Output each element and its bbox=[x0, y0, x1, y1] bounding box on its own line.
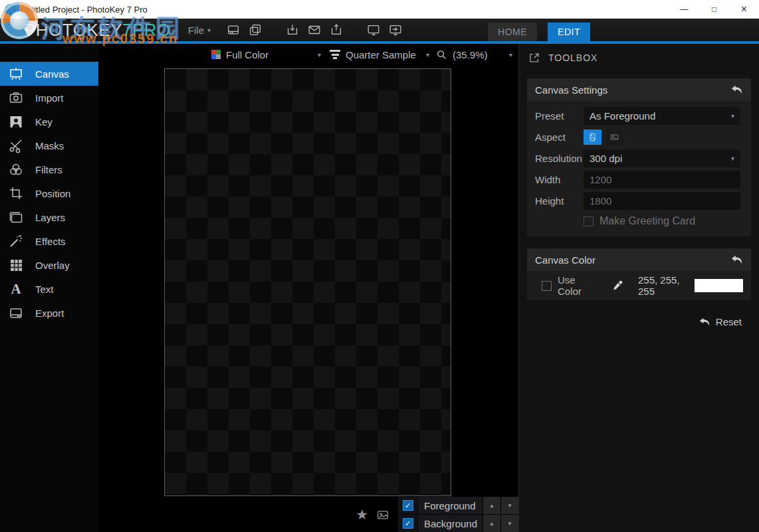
chevron-down-icon: ▾ bbox=[731, 155, 734, 162]
minimize-button[interactable]: — bbox=[669, 0, 699, 19]
close-button[interactable]: × bbox=[729, 0, 759, 19]
chevron-down-icon: ▾ bbox=[509, 51, 512, 58]
file-menu[interactable]: File ▾ bbox=[188, 25, 211, 36]
magnifier-icon bbox=[436, 49, 447, 60]
sample-mode-dropdown[interactable]: Quarter Sample ▾ bbox=[330, 44, 429, 65]
greeting-card-row: Make Greeting Card bbox=[527, 211, 751, 231]
scissors-icon bbox=[7, 137, 25, 153]
sidebar-item-effects[interactable]: Effects bbox=[0, 229, 98, 253]
import-file-button[interactable] bbox=[284, 22, 300, 38]
aspect-label: Aspect bbox=[535, 132, 584, 143]
download-icon bbox=[285, 23, 300, 37]
sidebar-item-label: Canvas bbox=[35, 68, 69, 80]
width-label: Width bbox=[535, 174, 584, 185]
photos-icon[interactable] bbox=[376, 507, 390, 522]
background-move-down-button[interactable]: ▼ bbox=[501, 515, 518, 532]
canvas-transparency-checkerboard[interactable] bbox=[164, 68, 451, 496]
greeting-card-checkbox[interactable] bbox=[584, 217, 594, 226]
sidebar-item-masks[interactable]: Masks bbox=[0, 133, 98, 157]
main-area: Canvas Import Key Masks bbox=[0, 44, 759, 532]
background-checkbox[interactable]: ✓ bbox=[403, 518, 413, 529]
color-mode-dropdown[interactable]: Full Color ▾ bbox=[211, 44, 321, 65]
aspect-row: Aspect bbox=[527, 126, 751, 147]
aspect-portrait-button[interactable] bbox=[584, 130, 601, 145]
width-input[interactable]: 1200 bbox=[584, 171, 740, 189]
sidebar-item-export[interactable]: Export bbox=[0, 301, 98, 325]
background-move-up-button[interactable]: ▲ bbox=[483, 515, 500, 532]
sidebar-item-label: Masks bbox=[35, 140, 64, 151]
drive-icon bbox=[7, 305, 25, 321]
preset-dropdown[interactable]: As Foreground ▾ bbox=[584, 107, 740, 125]
sidebar-item-label: Effects bbox=[35, 236, 66, 247]
width-value: 1200 bbox=[590, 174, 611, 185]
layer-label[interactable]: Background bbox=[418, 515, 483, 532]
save-button[interactable] bbox=[225, 22, 241, 38]
print-button[interactable] bbox=[247, 22, 263, 38]
export-file-button[interactable] bbox=[328, 22, 344, 38]
canvas-settings-section: Canvas Settings Preset As Foreground ▾ A… bbox=[527, 78, 751, 236]
foreground-move-down-button[interactable]: ▼ bbox=[501, 497, 518, 514]
height-input[interactable]: 1800 bbox=[584, 192, 740, 210]
foreground-move-up-button[interactable]: ▲ bbox=[483, 497, 500, 514]
sidebar-item-canvas[interactable]: Canvas bbox=[0, 62, 98, 86]
toolbox-title: TOOLBOX bbox=[548, 52, 597, 63]
file-menu-label: File bbox=[188, 25, 204, 36]
preset-label: Preset bbox=[535, 110, 584, 122]
layer-label[interactable]: Foreground bbox=[418, 497, 483, 514]
display-button[interactable] bbox=[366, 22, 381, 38]
send-to-display-button[interactable] bbox=[387, 22, 403, 38]
color-swatch[interactable] bbox=[695, 279, 743, 292]
sidebar-item-label: Import bbox=[35, 92, 64, 104]
color-mode-value: Full Color bbox=[226, 49, 269, 60]
sidebar-item-import[interactable]: Import bbox=[0, 86, 98, 110]
envelope-icon bbox=[307, 23, 322, 37]
easel-icon bbox=[7, 66, 25, 82]
section-title: Canvas Color bbox=[535, 254, 596, 266]
monitor-arrow-icon bbox=[388, 23, 403, 37]
undo-icon[interactable] bbox=[731, 255, 743, 265]
height-row: Height 1800 bbox=[527, 190, 751, 211]
sidebar-item-text[interactable]: A Text bbox=[0, 277, 98, 301]
layers-bar: ★ ✓ Foreground ▲ ▼ ✓ Bac bbox=[98, 497, 518, 532]
use-color-checkbox[interactable] bbox=[542, 281, 552, 291]
sample-mode-value: Quarter Sample bbox=[346, 49, 416, 60]
eyedropper-icon[interactable] bbox=[611, 280, 623, 292]
tab-edit[interactable]: EDIT bbox=[548, 23, 590, 41]
tab-home[interactable]: HOME bbox=[488, 23, 537, 41]
canvas-viewport: Full Color ▾ Quarter Sample ▾ (35.9%) ▾ … bbox=[98, 44, 518, 532]
canvas-settings-header: Canvas Settings bbox=[527, 78, 751, 101]
reset-control[interactable]: Reset bbox=[519, 316, 742, 327]
sidebar-item-position[interactable]: Position bbox=[0, 181, 98, 205]
upload-icon bbox=[329, 23, 344, 37]
chevron-down-icon: ▾ bbox=[207, 27, 211, 34]
sidebar-item-label: Layers bbox=[35, 212, 65, 223]
resolution-row: Resolution 300 dpi ▾ bbox=[527, 147, 751, 169]
mode-tabs: HOME EDIT bbox=[488, 23, 590, 41]
undo-icon[interactable] bbox=[731, 85, 743, 95]
resolution-value: 300 dpi bbox=[590, 153, 622, 164]
color-quad-icon bbox=[211, 50, 221, 59]
grid-icon bbox=[7, 257, 25, 273]
sidebar-item-overlay[interactable]: Overlay bbox=[0, 253, 98, 277]
email-button[interactable] bbox=[306, 22, 322, 38]
foreground-checkbox[interactable]: ✓ bbox=[403, 500, 413, 511]
resolution-dropdown[interactable]: 300 dpi ▾ bbox=[584, 149, 740, 167]
star-icon[interactable]: ★ bbox=[356, 507, 368, 521]
aspect-landscape-button[interactable] bbox=[605, 130, 623, 145]
layer-row-foreground: ✓ Foreground ▲ ▼ bbox=[398, 497, 518, 514]
pop-out-icon[interactable] bbox=[528, 52, 540, 64]
maximize-button[interactable]: □ bbox=[699, 0, 729, 19]
use-color-label: Use Color bbox=[558, 274, 594, 297]
sidebar-item-label: Key bbox=[35, 116, 53, 128]
reset-label: Reset bbox=[716, 316, 742, 327]
sidebar-item-key[interactable]: Key bbox=[0, 110, 98, 133]
printer-icon bbox=[248, 23, 263, 37]
zoom-dropdown[interactable]: (35.9%) ▾ bbox=[436, 44, 512, 65]
section-title: Canvas Settings bbox=[535, 84, 607, 96]
greeting-card-label: Make Greeting Card bbox=[599, 215, 695, 227]
sidebar-item-layers[interactable]: Layers bbox=[0, 205, 98, 229]
watermark-logo bbox=[1, 2, 38, 39]
window-controls: — □ × bbox=[669, 0, 759, 19]
canvas-toolbar: Full Color ▾ Quarter Sample ▾ (35.9%) ▾ bbox=[98, 44, 518, 65]
sidebar-item-filters[interactable]: Filters bbox=[0, 157, 98, 181]
